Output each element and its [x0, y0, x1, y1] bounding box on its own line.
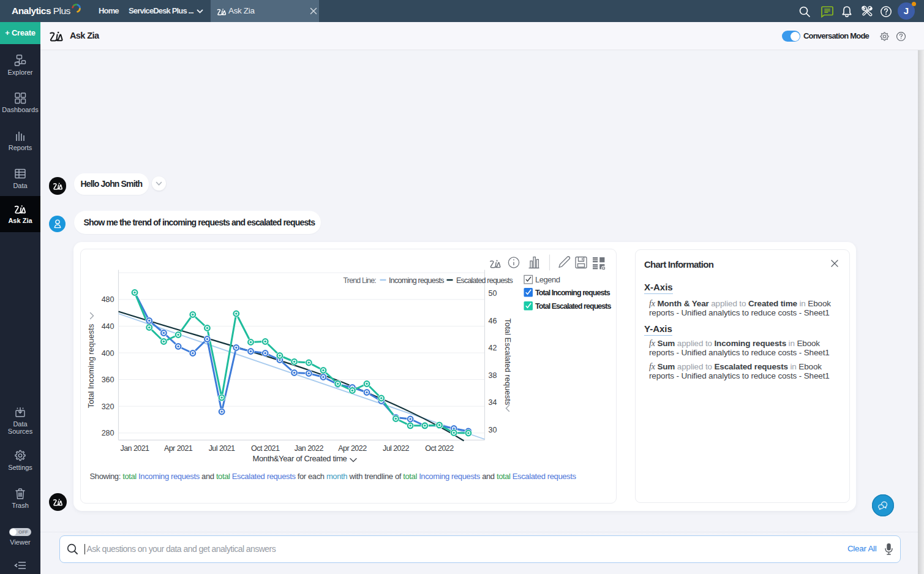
svg-text:Total Escalated requests: Total Escalated requests [535, 302, 612, 311]
svg-text:38: 38 [488, 371, 497, 379]
svg-text:46: 46 [488, 316, 497, 325]
svg-text:Incoming requests: Incoming requests [389, 276, 444, 284]
svg-text:Total Incoming requests: Total Incoming requests [535, 289, 610, 297]
svg-text:42: 42 [488, 344, 497, 352]
svg-text:Total Escalated requests: Total Escalated requests [503, 318, 513, 405]
svg-text:Oct 2021: Oct 2021 [251, 444, 280, 452]
svg-text:400: 400 [101, 349, 114, 357]
svg-text:34: 34 [488, 398, 497, 407]
svg-text:Trend Line:: Trend Line: [343, 276, 376, 284]
svg-text:440: 440 [101, 322, 114, 330]
svg-text:360: 360 [101, 376, 114, 384]
svg-text:Jul 2022: Jul 2022 [382, 444, 408, 452]
svg-text:Apr 2021: Apr 2021 [163, 444, 192, 452]
svg-text:Showing: total Incoming reque: Showing: total Incoming requests and tot… [89, 471, 576, 480]
svg-text:Jan 2021: Jan 2021 [120, 444, 149, 452]
svg-text:280: 280 [101, 429, 114, 437]
svg-text:Legend: Legend [535, 275, 560, 284]
svg-text:Escalated requests: Escalated requests [456, 276, 513, 284]
svg-text:30: 30 [488, 425, 497, 434]
svg-text:Oct 2022: Oct 2022 [425, 444, 454, 452]
svg-text:Jul 2021: Jul 2021 [208, 444, 235, 452]
svg-text:Apr 2022: Apr 2022 [338, 444, 367, 452]
svg-text:320: 320 [101, 402, 114, 410]
svg-text:480: 480 [101, 295, 114, 304]
svg-text:Month&Year of Created time: Month&Year of Created time [252, 454, 347, 463]
svg-text:Jan 2022: Jan 2022 [294, 444, 323, 452]
svg-text:Total Incoming requests: Total Incoming requests [86, 323, 95, 408]
svg-text:50: 50 [488, 289, 497, 298]
